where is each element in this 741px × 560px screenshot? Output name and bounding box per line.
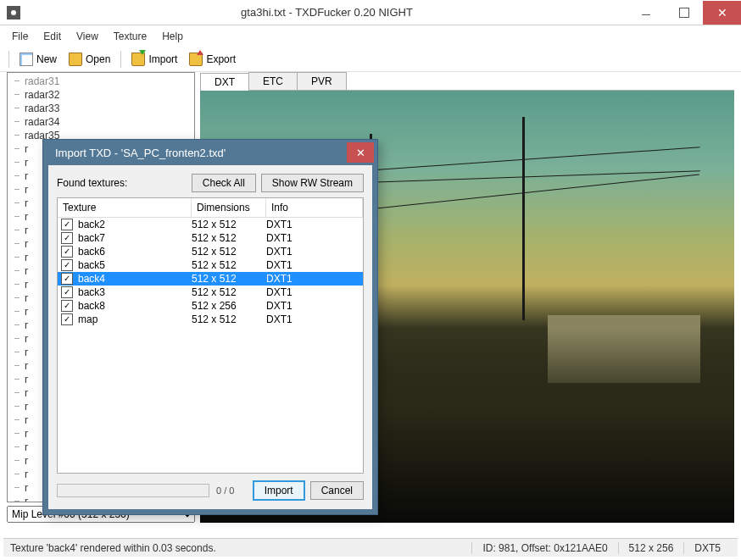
window-controls [627,1,741,25]
menu-texture[interactable]: Texture [107,27,153,46]
row-checkbox[interactable]: ✓ [61,219,73,230]
cancel-button[interactable]: Cancel [310,481,364,500]
import-txd-dialog: Import TXD - 'SA_PC_fronten2.txd' ✕ Foun… [42,139,378,515]
open-label: Open [86,53,110,65]
row-dim: 512 x 512 [192,246,266,258]
export-label: Export [206,53,236,65]
row-name: back5 [78,259,192,271]
found-textures-label: Found textures: [57,177,187,189]
row-checkbox[interactable]: ✓ [61,259,73,271]
row-info: DXT1 [266,273,359,285]
status-bar: Texture 'back4' rendered within 0.03 sec… [3,538,738,557]
import-confirm-button[interactable]: Import [253,480,305,501]
new-button[interactable]: New [16,51,60,68]
row-info: DXT1 [266,300,359,312]
app-icon [7,6,20,19]
row-dim: 512 x 512 [192,273,266,285]
toolbar-separator [8,51,9,68]
tab-etc[interactable]: ETC [248,72,298,90]
row-dim: 512 x 512 [192,259,266,271]
row-info: DXT1 [266,246,359,258]
close-button[interactable] [703,1,741,25]
table-row[interactable]: ✓back7512 x 512DXT1 [58,231,363,245]
menu-bar: File Edit View Texture Help [0,25,741,47]
row-name: back2 [78,219,192,230]
col-dimensions[interactable]: Dimensions [192,198,266,217]
col-texture[interactable]: Texture [58,198,192,217]
row-checkbox[interactable]: ✓ [61,273,73,285]
table-row[interactable]: ✓back5512 x 512DXT1 [58,258,363,272]
row-dim: 512 x 512 [192,286,266,298]
check-all-button[interactable]: Check All [192,174,256,192]
dialog-close-button[interactable]: ✕ [347,142,374,163]
row-name: back6 [78,246,192,258]
dialog-title: Import TXD - 'SA_PC_fronten2.txd' [55,147,226,159]
import-icon [131,53,145,66]
table-row[interactable]: ✓back3512 x 512DXT1 [58,286,363,299]
show-rw-stream-button[interactable]: Show RW Stream [261,174,364,192]
table-row[interactable]: ✓back4512 x 512DXT1 [58,272,363,286]
dialog-titlebar[interactable]: Import TXD - 'SA_PC_fronten2.txd' ✕ [43,140,377,165]
maximize-button[interactable] [665,1,703,25]
table-row[interactable]: ✓back6512 x 512DXT1 [58,245,363,258]
new-file-icon [20,53,33,66]
format-tabs: DXT ETC PVR [200,72,734,91]
table-row[interactable]: ✓back8512 x 256DXT1 [58,299,363,313]
row-name: back7 [78,232,192,244]
import-label: Import [148,53,177,65]
minimize-button[interactable] [627,1,665,25]
row-info: DXT1 [266,219,359,230]
export-button[interactable]: Export [186,51,239,68]
title-bar: gta3hi.txt - TXDFucker 0.20 NIGHT [0,0,741,25]
export-icon [189,53,203,66]
menu-view[interactable]: View [70,27,105,46]
dialog-header-row: Found textures: Check All Show RW Stream [57,174,364,192]
row-checkbox[interactable]: ✓ [61,300,73,312]
tree-node[interactable]: radar34 [11,115,191,129]
open-folder-icon [69,53,82,66]
row-dim: 512 x 512 [192,313,266,325]
row-dim: 512 x 256 [192,300,266,312]
menu-help[interactable]: Help [155,27,190,46]
status-message: Texture 'back4' rendered within 0.03 sec… [10,542,471,554]
toolbar-separator [120,51,121,68]
import-button[interactable]: Import [128,51,181,68]
dialog-footer: 0 / 0 Import Cancel [57,480,364,501]
row-checkbox[interactable]: ✓ [61,313,73,325]
row-checkbox[interactable]: ✓ [61,246,73,258]
row-checkbox[interactable]: ✓ [61,232,73,244]
grid-header: Texture Dimensions Info [58,198,363,218]
tab-pvr[interactable]: PVR [297,72,347,90]
table-row[interactable]: ✓back2512 x 512DXT1 [58,218,363,231]
row-name: back4 [78,273,192,285]
window-title: gta3hi.txt - TXDFucker 0.20 NIGHT [27,6,627,19]
progress-bar [57,484,209,497]
grid-rows: ✓back2512 x 512DXT1✓back7512 x 512DXT1✓b… [58,218,363,326]
row-name: map [78,313,192,325]
open-button[interactable]: Open [65,51,114,68]
row-checkbox[interactable]: ✓ [61,286,73,298]
status-id: ID: 981, Offset: 0x121AAE0 [471,542,617,554]
row-info: DXT1 [266,232,359,244]
status-format: DXT5 [683,542,731,554]
dialog-body: Found textures: Check All Show RW Stream… [48,165,372,509]
menu-file[interactable]: File [5,27,35,46]
col-info[interactable]: Info [266,198,363,217]
row-name: back3 [78,286,192,298]
row-dim: 512 x 512 [192,219,266,230]
row-info: DXT1 [266,286,359,298]
row-dim: 512 x 512 [192,232,266,244]
status-dim: 512 x 256 [618,542,684,554]
tree-node[interactable]: radar33 [11,102,191,115]
row-name: back8 [78,300,192,312]
row-info: DXT1 [266,313,359,325]
table-row[interactable]: ✓map512 x 512DXT1 [58,313,363,326]
tree-node[interactable]: radar31 [11,75,191,88]
progress-text: 0 / 0 [216,485,234,496]
tab-dxt[interactable]: DXT [200,73,249,91]
row-info: DXT1 [266,259,359,271]
tree-node[interactable]: radar32 [11,88,191,102]
new-label: New [36,53,57,65]
menu-edit[interactable]: Edit [36,27,68,46]
textures-grid[interactable]: Texture Dimensions Info ✓back2512 x 512D… [57,197,364,474]
